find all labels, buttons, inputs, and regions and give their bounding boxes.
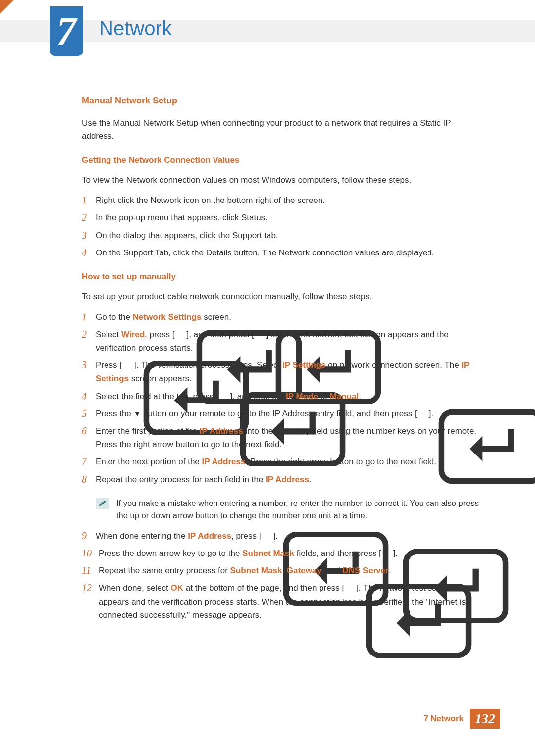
t: When done entering the — [96, 531, 188, 541]
step-item: 11 Repeat the same entry process for Sub… — [82, 564, 483, 577]
subsection-heading: How to set up manually — [82, 270, 483, 283]
corner-decoration — [0, 0, 14, 14]
footer-chapter-label: 7 Network — [424, 714, 464, 724]
step-text: On the Support Tab, click the Details bu… — [96, 246, 483, 259]
t: ], and then press [ — [187, 330, 254, 339]
page: 7 Network Manual Network Setup Use the M… — [0, 0, 535, 756]
step-number: 3 — [82, 229, 96, 242]
highlight: Subnet Mask — [242, 549, 294, 558]
section-intro: Use the Manual Network Setup when connec… — [82, 117, 483, 143]
step-number: 12 — [82, 581, 99, 594]
step-number: 2 — [82, 328, 96, 341]
step-number: 2 — [82, 211, 96, 224]
note-block: If you make a mistake when entering a nu… — [96, 497, 483, 522]
enter-icon — [381, 549, 393, 557]
t: Enter the first portion of the — [96, 426, 200, 436]
highlight: IP Address — [202, 457, 246, 466]
step-item: 8 Repeat the entry process for each fiel… — [82, 473, 483, 486]
t: . — [309, 475, 312, 484]
subsection-heading: Getting the Network Connection Values — [82, 154, 483, 167]
t: Press the down arrow key to go to the — [99, 549, 242, 558]
step-text: In the pop-up menu that appears, click S… — [96, 211, 483, 224]
t: screen. — [202, 312, 231, 322]
enter-icon — [218, 392, 230, 401]
highlight: IP Settings — [282, 360, 326, 370]
step-text: Select the field at the top, press [], a… — [96, 390, 483, 403]
step-item: 4 Select the field at the top, press [],… — [82, 390, 483, 403]
subsection-intro: To view the Network connection values on… — [82, 174, 483, 187]
t: When done, select — [99, 583, 171, 593]
enter-icon — [262, 532, 273, 540]
subsection-intro: To set up your product cable network con… — [82, 290, 483, 303]
step-text: Press the ▼ button on your remote to go … — [96, 407, 483, 420]
step-item: 7 Enter the next portion of the IP Addre… — [82, 455, 483, 468]
highlight: Gateway — [287, 566, 321, 575]
step-number: 11 — [82, 564, 99, 577]
step-number: 1 — [82, 194, 96, 206]
highlight: OK — [171, 583, 184, 593]
step-number: 4 — [82, 390, 96, 403]
highlight: Subnet Mask — [230, 566, 282, 575]
t: . — [389, 566, 391, 575]
highlight: Wired — [121, 330, 145, 339]
t: button on your remote to go to the IP Ad… — [141, 409, 417, 418]
t: Go to the — [96, 312, 133, 322]
step-item: 2 In the pop-up menu that appears, click… — [82, 211, 483, 224]
step-text: On the dialog that appears, click the Su… — [96, 229, 483, 242]
step-item: 12 When done, select OK at the bottom of… — [82, 581, 483, 622]
t: ], and then set — [230, 392, 286, 401]
step-item: 10 Press the down arrow key to go to the… — [82, 547, 483, 560]
t: ]. — [393, 549, 398, 558]
enter-icon — [122, 361, 134, 369]
enter-icon — [175, 330, 187, 339]
t: screen appears. — [129, 374, 192, 383]
t: ]. — [273, 531, 278, 541]
page-footer: 7 Network 132 — [424, 709, 500, 729]
step-number: 7 — [82, 455, 96, 468]
t: ]. — [429, 409, 433, 418]
step-text: Select Wired, press [], and then press [… — [96, 328, 483, 354]
t: Enter the next portion of the — [96, 457, 202, 466]
highlight: Network Settings — [133, 312, 202, 322]
step-number: 1 — [82, 310, 96, 323]
step-text: Enter the next portion of the IP Address… — [96, 455, 483, 468]
highlight: IP Address — [266, 475, 309, 484]
t: , press [ — [145, 330, 174, 339]
steps-list: 1 Right click the Network icon on the bo… — [82, 194, 483, 259]
highlight: IP Address — [200, 426, 243, 436]
t: Select the field at the top, press [ — [96, 392, 218, 401]
step-text: Enter the first portion of the IP Addres… — [96, 424, 483, 451]
t: , press [ — [231, 531, 261, 541]
note-icon — [96, 498, 109, 509]
step-item: 3 Press []. The verification process sto… — [82, 358, 483, 385]
enter-icon — [417, 409, 429, 418]
step-text: When done entering the IP Address, press… — [96, 529, 483, 543]
steps-list: 9 When done entering the IP Address, pre… — [82, 529, 483, 622]
step-number: 10 — [82, 547, 99, 559]
step-item: 3 On the dialog that appears, click the … — [82, 229, 483, 242]
down-arrow-symbol: ▼ — [134, 409, 141, 418]
steps-list: 1 Go to the Network Settings screen. 2 S… — [82, 310, 483, 486]
step-number: 8 — [82, 473, 96, 486]
enter-icon — [254, 330, 266, 339]
highlight: IP Mode — [286, 392, 318, 401]
note-text: If you make a mistake when entering a nu… — [116, 497, 483, 522]
step-item: 9 When done entering the IP Address, pre… — [82, 529, 483, 543]
chapter-number-tab: 7 — [50, 6, 83, 56]
content-area: Manual Network Setup Use the Manual Netw… — [82, 94, 483, 633]
t: to — [318, 392, 330, 401]
step-item: 2 Select Wired, press [], and then press… — [82, 328, 483, 354]
step-number: 4 — [82, 246, 96, 259]
t: Repeat the entry process for each field … — [96, 475, 266, 484]
highlight: IP Address — [188, 531, 231, 541]
t: Repeat the same entry process for — [99, 566, 230, 575]
step-item: 1 Go to the Network Settings screen. — [82, 310, 483, 324]
section-heading: Manual Network Setup — [82, 94, 483, 108]
t: , and — [321, 566, 343, 575]
enter-icon — [344, 584, 356, 592]
highlight: DNS Server — [342, 566, 389, 575]
t: at the bottom of the page, and then pres… — [183, 583, 344, 593]
step-text: Right click the Network icon on the bott… — [96, 194, 483, 207]
step-text: Press []. The verification process stops… — [96, 358, 483, 385]
t: . Press the right arrow button to go to … — [245, 457, 436, 466]
